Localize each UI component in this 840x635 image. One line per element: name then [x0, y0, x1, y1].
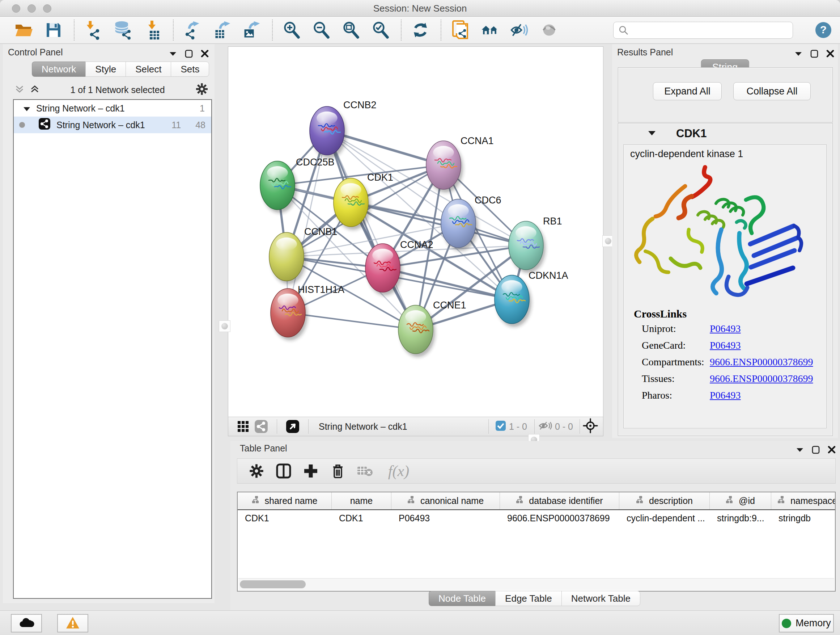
import-database-icon[interactable]	[114, 21, 133, 40]
save-icon[interactable]	[44, 21, 63, 40]
column-header-namespace[interactable]: namespace	[771, 492, 836, 509]
refresh-icon[interactable]	[411, 21, 430, 40]
column-header-shared-name[interactable]: shared name	[238, 492, 332, 509]
export-network-icon[interactable]	[183, 21, 202, 40]
show-columns-icon[interactable]	[275, 462, 293, 480]
entry-collapse-chevron-icon[interactable]	[648, 130, 656, 137]
delete-column-icon[interactable]	[329, 462, 347, 480]
zoom-selected-icon[interactable]	[371, 21, 390, 40]
collection-expand-chevron-icon[interactable]	[23, 103, 30, 114]
table-cell[interactable]: stringdb:9...	[710, 510, 771, 526]
float-panel-icon[interactable]	[185, 49, 193, 59]
network-collection-row[interactable]: String Network – cdk1 1	[14, 100, 211, 117]
search-input[interactable]	[613, 22, 793, 39]
add-column-icon[interactable]	[302, 462, 320, 480]
grid-view-icon[interactable]	[234, 417, 252, 435]
column-header-description[interactable]: description	[619, 492, 710, 509]
memory-button[interactable]: Memory	[779, 614, 834, 632]
import-table-icon[interactable]	[143, 21, 162, 40]
tab-style[interactable]: Style	[85, 62, 126, 77]
close-panel-icon[interactable]	[828, 446, 836, 455]
table-horizontal-scrollbar[interactable]	[238, 578, 834, 590]
network-options-gear-icon[interactable]	[195, 82, 208, 97]
string-document-icon[interactable]	[451, 21, 470, 40]
table-settings-gear-icon[interactable]	[248, 462, 265, 480]
crosslink-link[interactable]: P06493	[710, 323, 741, 334]
network-row[interactable]: String Network – cdk1 11 48	[14, 117, 211, 133]
node-cdk1[interactable]: CDK1	[333, 172, 393, 230]
zoom-fit-icon[interactable]	[341, 21, 360, 40]
expand-all-networks-icon[interactable]	[30, 84, 40, 96]
panel-menu-chevron-icon[interactable]	[796, 447, 804, 454]
warnings-button[interactable]	[57, 614, 88, 632]
float-panel-icon[interactable]	[810, 49, 818, 59]
tab-network[interactable]: Network	[32, 62, 85, 77]
table-cell[interactable]: CDK1	[238, 510, 332, 526]
expand-all-button[interactable]: Expand All	[653, 82, 722, 100]
crosslink-link[interactable]: 9606.ENSP00000378699	[710, 356, 813, 368]
import-network-icon[interactable]	[84, 21, 103, 40]
selected-checkbox-icon[interactable]	[495, 420, 506, 432]
entry-header[interactable]: CDK1	[619, 124, 832, 143]
column-header-database-identifier[interactable]: database identifier	[500, 492, 619, 509]
crosslink-link[interactable]: P06493	[710, 390, 741, 401]
node-ccnb2[interactable]: CCNB2	[309, 100, 377, 158]
table-cell[interactable]: P06493	[392, 510, 500, 526]
close-panel-icon[interactable]	[826, 50, 834, 59]
export-table-icon[interactable]	[213, 21, 232, 40]
tab-sets[interactable]: Sets	[171, 62, 209, 77]
birdseye-view-icon[interactable]	[284, 417, 302, 435]
node-cdkn1a[interactable]: CDKN1A	[494, 270, 568, 327]
edge-ccnb2-ccne1[interactable]	[327, 131, 416, 329]
control-panel: Control Panel NetworkStyleSelectSets 1 o…	[3, 44, 215, 603]
crosslink-link[interactable]: P06493	[710, 340, 741, 351]
function-builder-icon[interactable]: f(x)	[383, 462, 414, 480]
close-panel-icon[interactable]	[201, 50, 209, 59]
tab-node-table[interactable]: Node Table	[429, 591, 495, 606]
column-header--id[interactable]: @id	[710, 492, 771, 509]
panel-menu-chevron-icon[interactable]	[794, 51, 802, 57]
crosslink-label: Uniprot:	[642, 323, 676, 334]
network-canvas[interactable]: CCNB2 CCNA1 CDC25B CDK1 CDC6 RB1 CCNB1 C…	[228, 47, 603, 417]
table-toolbar: f(x)	[237, 458, 836, 484]
node-cdc25b[interactable]: CDC25B	[260, 157, 335, 213]
scrollbar-thumb[interactable]	[240, 580, 306, 588]
delete-table-icon[interactable]	[356, 462, 374, 480]
open-icon[interactable]	[14, 21, 33, 40]
cloud-button[interactable]	[11, 614, 42, 632]
table-cell[interactable]: CDK1	[332, 510, 392, 526]
app-window: Session: New Session ? Control Panel Net…	[0, 0, 840, 635]
fit-selected-crosshair-icon[interactable]	[583, 418, 598, 435]
export-image-icon[interactable]	[242, 21, 261, 40]
node-hist1h1a[interactable]: HIST1H1A	[271, 284, 344, 340]
table-cell[interactable]: 9606.ENSP00000378699	[500, 510, 619, 526]
help-icon[interactable]: ?	[814, 21, 833, 40]
node-ccne1[interactable]: CCNE1	[398, 300, 466, 357]
column-header-canonical-name[interactable]: canonical name	[392, 492, 500, 509]
zoom-in-icon[interactable]	[282, 21, 301, 40]
float-panel-icon[interactable]	[812, 445, 820, 455]
column-header-name[interactable]: name	[332, 492, 392, 509]
crosslink-link[interactable]: 9606.ENSP00000378699	[710, 373, 813, 385]
hidden-eye-icon[interactable]	[538, 420, 552, 432]
collapse-all-button[interactable]: Collapse All	[733, 82, 811, 100]
table-cell[interactable]: cyclin-dependent ...	[619, 510, 710, 526]
first-neighbors-icon[interactable]	[480, 21, 499, 40]
table-cell[interactable]: stringdb	[771, 510, 836, 526]
tab-edge-table[interactable]: Edge Table	[495, 591, 561, 606]
eye-icon[interactable]	[540, 21, 559, 40]
left-splitter-handle[interactable]	[219, 320, 231, 332]
table-row[interactable]: CDK1CDK1P064939606.ENSP00000378699cyclin…	[238, 510, 835, 526]
node-cdc6[interactable]: CDC6	[441, 195, 501, 251]
panel-menu-chevron-icon[interactable]	[169, 51, 177, 57]
collapse-all-networks-icon[interactable]	[14, 84, 25, 96]
zoom-out-icon[interactable]	[312, 21, 331, 40]
hide-eye-icon[interactable]	[510, 21, 529, 40]
tab-select[interactable]: Select	[126, 62, 171, 77]
node-label-cdc6: CDC6	[475, 195, 501, 206]
table-panel: Table Panel f(x) shared namenamecanonica…	[231, 441, 840, 610]
node-ccna1[interactable]: CCNA1	[426, 135, 494, 193]
share-network-icon[interactable]	[252, 417, 270, 435]
node-rb1[interactable]: RB1	[508, 216, 562, 273]
tab-network-table[interactable]: Network Table	[561, 591, 640, 606]
